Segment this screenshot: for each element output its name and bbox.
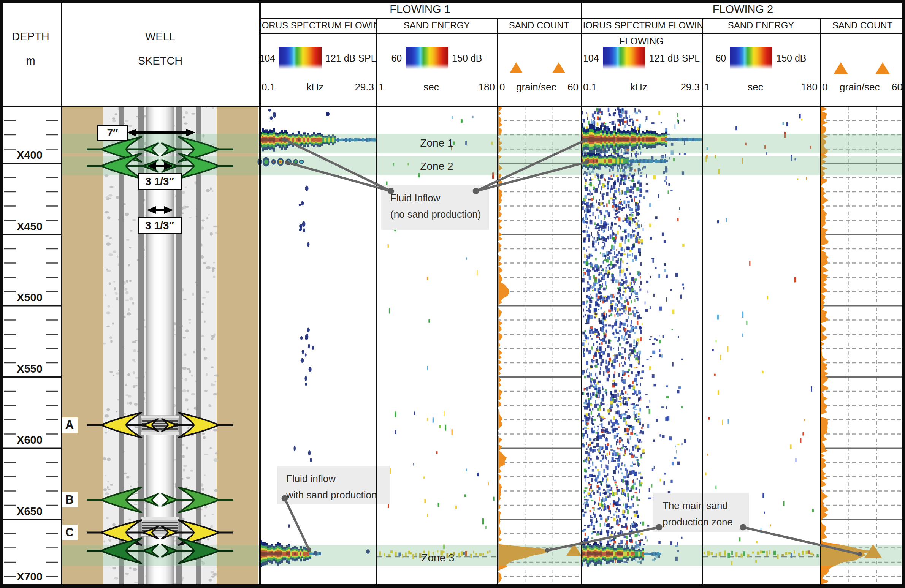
border-left <box>0 0 3 588</box>
leader-end-dot <box>857 552 862 556</box>
leader-end-dot <box>307 547 311 552</box>
border-top <box>0 0 905 3</box>
leader-line <box>547 527 659 550</box>
leader-dot <box>282 495 288 502</box>
leader-dot <box>473 188 479 195</box>
annotation-leader-lines <box>0 0 905 588</box>
leader-end-dot <box>545 548 549 553</box>
border-right <box>902 0 905 588</box>
well-log-figure: X400X450X500X550X600X650X700 Zone 1Zone … <box>0 0 905 588</box>
leader-dot <box>388 188 394 195</box>
leader-line <box>285 498 309 550</box>
leader-dot <box>740 524 746 531</box>
border-bottom <box>0 584 905 588</box>
leader-dot <box>656 524 662 531</box>
leader-line <box>743 527 860 554</box>
leader-end-dot <box>584 160 589 165</box>
leader-end-dot <box>583 138 587 143</box>
leader-end-dot <box>285 160 290 165</box>
leader-end-dot <box>282 137 287 142</box>
